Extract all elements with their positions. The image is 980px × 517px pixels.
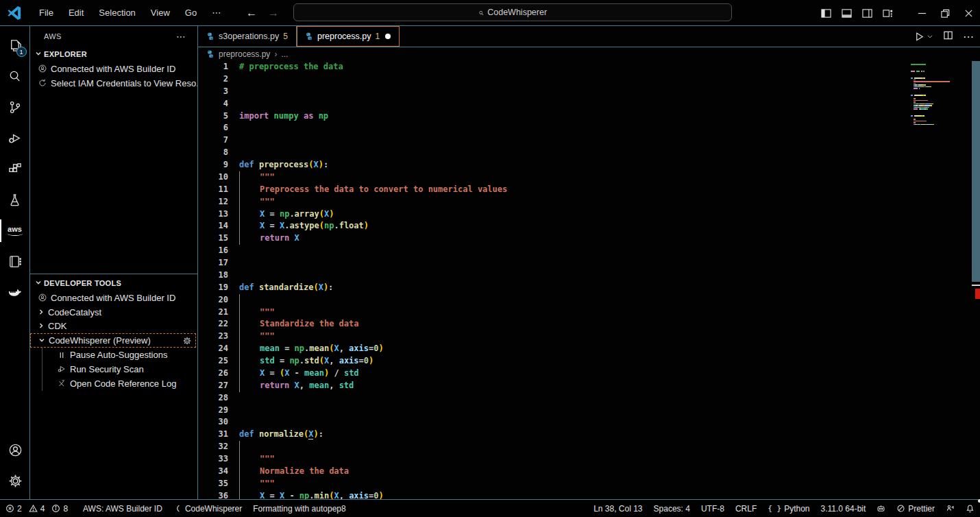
test-beaker-icon[interactable] [0, 184, 30, 215]
tab-s3operations[interactable]: s3operations.py 5 [198, 26, 297, 47]
nav-forward-icon[interactable]: → [266, 7, 281, 19]
scrollbar-slider[interactable] [972, 61, 980, 282]
aws-credentials-status[interactable]: AWS: AWS Builder ID [77, 500, 168, 517]
code-line[interactable]: 2 [198, 73, 980, 86]
code-line[interactable]: 17 [198, 257, 980, 269]
notifications-bell-icon[interactable] [960, 500, 980, 517]
toggle-sidebar-icon[interactable] [816, 0, 836, 26]
prettier-status[interactable]: Prettier [891, 500, 940, 517]
extension-robot-icon[interactable] [871, 500, 891, 517]
tree-item-open-code-reference-log[interactable]: Open Code Reference Log [30, 376, 197, 391]
language-status[interactable]: { } Python [762, 500, 815, 517]
minimap[interactable] [911, 64, 971, 125]
breadcrumb-file[interactable]: preprocess.py [219, 49, 270, 59]
tree-item-cdk[interactable]: CDK [30, 320, 197, 334]
notebook-icon[interactable] [0, 246, 30, 277]
code-line[interactable]: 8 [198, 147, 980, 159]
indentation-status[interactable]: Spaces: 4 [648, 500, 696, 517]
code-line[interactable]: 9def preprocess(X): [198, 159, 980, 171]
menu-view[interactable]: View [143, 4, 177, 21]
menu-go[interactable]: Go [177, 4, 204, 21]
menu-file[interactable]: File [32, 4, 61, 21]
docker-icon[interactable] [0, 277, 30, 308]
code-line[interactable]: 4 [198, 98, 980, 110]
code-line[interactable]: 13X = np.array(X) [198, 208, 980, 221]
menu-more[interactable]: ⋯ [204, 4, 228, 21]
tree-item-devtools-connected[interactable]: Connected with AWS Builder ID [30, 291, 197, 305]
code-line[interactable]: 15return X [198, 232, 980, 245]
code-line[interactable]: 35""" [198, 478, 980, 490]
breadcrumb[interactable]: preprocess.py › ... [198, 47, 980, 61]
code-line[interactable]: 6 [198, 122, 980, 134]
run-debug-icon[interactable] [0, 123, 30, 154]
section-developer-tools[interactable]: DEVELOPER TOOLS [30, 276, 197, 291]
code-line[interactable]: 1# preprocess the data [198, 61, 980, 73]
breadcrumb-more[interactable]: ... [281, 49, 288, 59]
code-line[interactable]: 3 [198, 86, 980, 98]
restore-button[interactable] [933, 0, 957, 26]
menu-selection[interactable]: Selection [91, 4, 143, 21]
code-line[interactable]: 22Standardize the data [198, 318, 980, 330]
code-line[interactable]: 5import numpy as np [198, 110, 980, 123]
menu-edit[interactable]: Edit [61, 4, 91, 21]
code-line[interactable]: 25std = np.std(X, axis=0) [198, 355, 980, 368]
code-line[interactable]: 33""" [198, 453, 980, 466]
eol-status[interactable]: CRLF [730, 500, 762, 517]
python-interpreter-status[interactable]: 3.11.0 64-bit [815, 500, 871, 517]
code-line[interactable]: 34Normalize the data [198, 466, 980, 478]
search-view-icon[interactable] [0, 61, 30, 92]
split-editor-icon[interactable] [943, 30, 953, 43]
toggle-secondary-sidebar-icon[interactable] [857, 0, 877, 26]
code-line[interactable]: 26X = (X - mean) / std [198, 368, 980, 380]
code-line[interactable]: 20 [198, 294, 980, 306]
code-line[interactable]: 19def standardize(X): [198, 282, 980, 294]
editor-more-actions-icon[interactable]: ⋯ [963, 30, 975, 43]
code-line[interactable]: 29 [198, 405, 980, 417]
tree-item-pause-auto-suggestions[interactable]: Pause Auto-Suggestions [30, 348, 197, 362]
code-line[interactable]: 16 [198, 245, 980, 257]
code-line[interactable]: 21""" [198, 306, 980, 319]
code-editor[interactable]: 1# preprocess the data2345import numpy a… [198, 61, 980, 499]
customize-layout-icon[interactable] [877, 0, 898, 26]
nav-back-icon[interactable]: ← [244, 7, 259, 19]
problems-status[interactable]: 2 4 8 [0, 500, 77, 517]
code-line[interactable]: 11Preprocess the data to convert to nume… [198, 184, 980, 196]
code-line[interactable]: 27return X, mean, std [198, 380, 980, 392]
accounts-icon[interactable] [0, 435, 30, 466]
code-line[interactable]: 24mean = np.mean(X, axis=0) [198, 343, 980, 355]
codewhisperer-settings-gear-icon[interactable] [179, 336, 195, 346]
close-button[interactable] [957, 0, 980, 26]
cursor-position[interactable]: Ln 38, Col 13 [588, 500, 648, 517]
code-line[interactable]: 14X = X.astype(np.float) [198, 220, 980, 232]
code-line[interactable]: 31def normalize(X): [198, 429, 980, 441]
modified-dot-icon[interactable] [385, 34, 391, 39]
command-center-search[interactable]: ⌕ CodeWhisperer [293, 3, 732, 21]
tree-item-connected-builder-id[interactable]: Connected with AWS Builder ID [30, 62, 197, 76]
run-python-file-button[interactable] [914, 32, 933, 42]
encoding-status[interactable]: UTF-8 [696, 500, 730, 517]
aws-toolkit-icon[interactable]: aws [0, 215, 30, 246]
tree-item-codewhisperer[interactable]: CodeWhisperer (Preview) [30, 333, 196, 348]
code-line[interactable]: 23""" [198, 330, 980, 343]
extensions-icon[interactable] [0, 154, 30, 184]
code-line[interactable]: 28 [198, 392, 980, 405]
code-line[interactable]: 7 [198, 134, 980, 147]
source-control-icon[interactable] [0, 92, 30, 123]
tree-item-run-security-scan[interactable]: Run Security Scan [30, 362, 197, 376]
feedback-icon[interactable] [940, 500, 960, 517]
code-line[interactable]: 12""" [198, 196, 980, 208]
codewhisperer-status[interactable]: CodeWhisperer [168, 500, 247, 517]
tree-item-codecatalyst[interactable]: CodeCatalyst [30, 305, 197, 320]
code-line[interactable]: 30 [198, 416, 980, 429]
code-line[interactable]: 32 [198, 441, 980, 453]
toggle-panel-icon[interactable] [836, 0, 857, 26]
section-explorer[interactable]: EXPLORER [30, 47, 197, 62]
explorer-icon[interactable]: 1 [0, 30, 30, 61]
minimize-button[interactable] [910, 0, 933, 26]
tree-item-select-iam[interactable]: Select IAM Credentials to View Reso... [30, 76, 197, 91]
code-line[interactable]: 36X = X - np.min(X, axis=0) [198, 490, 980, 499]
sidebar-more-actions-icon[interactable]: ⋯ [172, 31, 191, 42]
code-line[interactable]: 18 [198, 269, 980, 282]
tab-preprocess[interactable]: preprocess.py 1 [297, 26, 400, 47]
code-line[interactable]: 10""" [198, 171, 980, 184]
